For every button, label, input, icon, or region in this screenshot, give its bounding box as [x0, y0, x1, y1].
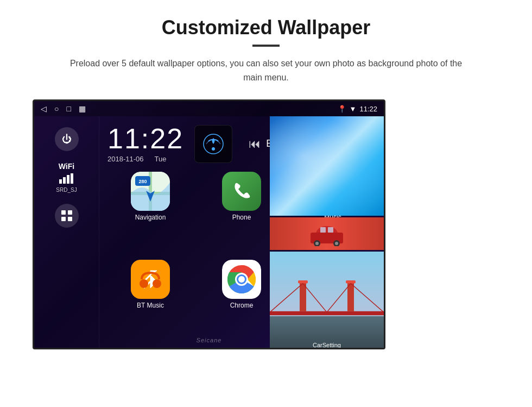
page-container: Customized Wallpaper Preload over 5 defa… [0, 0, 532, 360]
wifi-label: WiFi [56, 162, 77, 171]
svg-point-46 [335, 242, 338, 245]
svg-text:280: 280 [138, 179, 147, 184]
svg-point-28 [238, 276, 245, 283]
bridge-background [270, 252, 384, 349]
day-value: Tue [155, 155, 167, 163]
svg-rect-53 [298, 280, 308, 283]
svg-rect-4 [61, 210, 66, 215]
wallpaper-car [270, 217, 384, 250]
watermark: Seicane [197, 337, 222, 343]
power-icon: ⏻ [62, 134, 72, 145]
clock-time: 11:22 [107, 124, 183, 153]
wallpaper-previews: CarSetting [270, 116, 384, 349]
home-icon[interactable]: ○ [54, 104, 59, 113]
date-value: 2018-11-06 [107, 155, 144, 163]
svg-rect-3 [71, 173, 73, 184]
bt-music-icon [131, 260, 170, 299]
svg-rect-48 [328, 227, 333, 233]
svg-rect-1 [63, 177, 66, 184]
clock-display: 11:22 2018-11-06 Tue [107, 124, 183, 163]
screen-wrapper: ◁ ○ □ ▦ 📍 ▼ 11:22 ⏻ [33, 99, 499, 349]
app-item-bt-music[interactable]: BT Music [107, 260, 193, 342]
navigation-icon: 280 [131, 172, 170, 211]
back-icon[interactable]: ◁ [41, 104, 47, 113]
car-setting-area [270, 217, 384, 250]
prev-track-button[interactable]: ⏮ [249, 137, 261, 151]
android-screen: ◁ ○ □ ▦ 📍 ▼ 11:22 ⏻ [33, 99, 385, 349]
chrome-icon [222, 260, 261, 299]
svg-rect-47 [320, 227, 326, 233]
page-title: Customized Wallpaper [33, 16, 499, 39]
status-bar-right: 📍 ▼ 11:22 [338, 105, 377, 113]
chrome-label: Chrome [230, 302, 254, 309]
svg-point-44 [315, 242, 319, 245]
status-bar: ◁ ○ □ ▦ 📍 ▼ 11:22 [34, 101, 384, 116]
svg-rect-0 [59, 179, 62, 184]
navigation-label: Navigation [135, 214, 166, 221]
svg-rect-2 [67, 175, 69, 184]
phone-icon [222, 172, 261, 211]
location-icon: 📍 [338, 105, 346, 113]
wifi-widget: WiFi SRD_SJ [56, 162, 77, 193]
title-divider [252, 45, 280, 47]
wifi-network: SRD_SJ [56, 187, 77, 193]
clock-date: 2018-11-06 Tue [107, 155, 183, 163]
wifi-signal [56, 173, 77, 186]
svg-rect-5 [68, 210, 72, 215]
wallpaper-ice [270, 116, 384, 216]
screenshot-icon[interactable]: ▦ [79, 104, 86, 113]
app-item-navigation[interactable]: 280 Navigation [107, 172, 193, 254]
svg-rect-55 [346, 280, 356, 283]
svg-rect-6 [61, 217, 66, 221]
status-bar-left: ◁ ○ □ ▦ [41, 104, 86, 113]
apps-button[interactable] [55, 204, 79, 228]
status-time: 11:22 [359, 105, 377, 113]
page-description: Preload over 5 default wallpaper options… [60, 57, 472, 84]
ice-texture [270, 116, 384, 216]
recents-icon[interactable]: □ [66, 104, 71, 113]
signal-widget [194, 125, 232, 163]
svg-rect-7 [68, 217, 72, 221]
media-controls: ⏮ B [249, 137, 273, 151]
carsetting-label: CarSetting [270, 342, 384, 348]
svg-point-24 [153, 279, 161, 288]
phone-label: Phone [232, 214, 251, 221]
signal-icon: ▼ [350, 105, 357, 113]
wallpaper-bridge: CarSetting [270, 252, 384, 349]
left-sidebar: ⏻ WiFi SRD_SJ [34, 116, 99, 348]
bt-music-label: BT Music [137, 302, 164, 309]
power-button[interactable]: ⏻ [55, 127, 79, 151]
svg-point-23 [140, 279, 148, 288]
